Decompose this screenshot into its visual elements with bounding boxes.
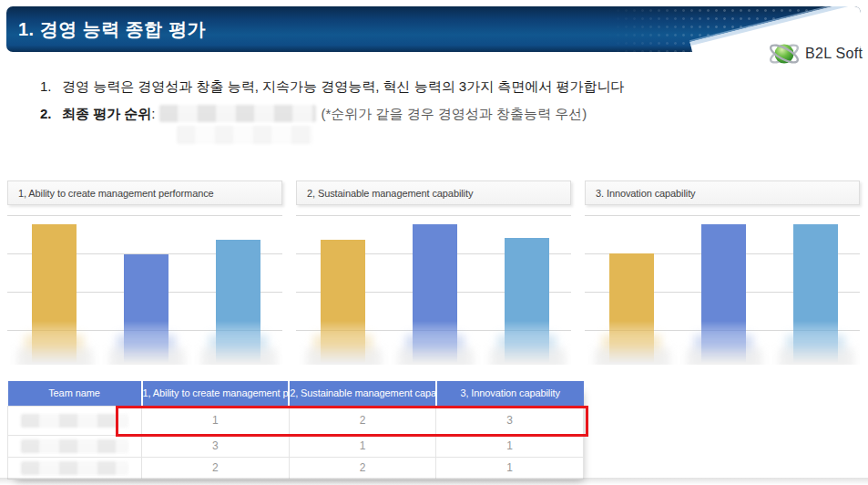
bar bbox=[124, 254, 168, 363]
table-row: 123 bbox=[8, 406, 584, 435]
bar bbox=[701, 224, 746, 363]
note-item-1: 1. 경영 능력은 경영성과 창출 능력, 지속가능 경영능력, 혁신 능력의 … bbox=[40, 77, 823, 96]
chart-plot bbox=[7, 205, 282, 365]
chart-panel-innovation-capability: 3. Innovation capability bbox=[585, 181, 860, 365]
table-body: 123311221 bbox=[8, 406, 584, 479]
note-text: 최종 평가 순위:(*순위가 같을 경우 경영성과 창출능력 우선) bbox=[62, 104, 587, 123]
charts-row: 1, Ability to create management performa… bbox=[7, 181, 861, 365]
gridline bbox=[296, 215, 571, 216]
redacted-team-name bbox=[21, 439, 128, 453]
table-row: 311 bbox=[8, 435, 584, 457]
rank-cell: 1 bbox=[289, 435, 436, 457]
globe-orbit-icon bbox=[768, 38, 801, 69]
table-header-row: Team name 1, Ability to create managemen… bbox=[8, 381, 584, 406]
rank-cell: 3 bbox=[142, 435, 290, 457]
bar bbox=[32, 224, 77, 363]
team-name-cell bbox=[8, 457, 142, 479]
page-title: 1. 경영 능력 종합 평가 bbox=[18, 6, 206, 52]
gridline bbox=[585, 215, 860, 216]
team-name-cell bbox=[8, 406, 142, 435]
chart-plot bbox=[585, 205, 860, 365]
note-text: 경영 능력은 경영성과 창출 능력, 지속가능 경영능력, 혁신 능력의 3가지… bbox=[62, 77, 625, 96]
note-item-2: 2. 최종 평가 순위:(*순위가 같을 경우 경영성과 창출능력 우선) bbox=[40, 104, 823, 123]
redacted-rank-value bbox=[159, 105, 316, 122]
logo-text: B2L Soft bbox=[805, 46, 863, 62]
rank-cell: 2 bbox=[142, 457, 290, 479]
chart-panel-management-performance: 1, Ability to create management performa… bbox=[7, 181, 282, 365]
note-number: 2. bbox=[40, 104, 62, 123]
final-rank-label: 최종 평가 순위 bbox=[62, 106, 151, 121]
rank-cell: 2 bbox=[289, 457, 436, 479]
header-cell-innovation-capability: 3, Innovation capability bbox=[436, 381, 584, 406]
bar bbox=[321, 240, 365, 363]
gridline bbox=[7, 215, 282, 216]
bar bbox=[216, 240, 260, 363]
rank-cell: 1 bbox=[436, 457, 584, 479]
team-name-cell bbox=[8, 435, 142, 457]
rank-cell: 1 bbox=[142, 406, 290, 435]
bottom-shadow bbox=[0, 478, 868, 485]
rank-cell: 1 bbox=[436, 435, 584, 457]
bar bbox=[413, 224, 457, 363]
note-number: 1. bbox=[40, 77, 62, 96]
bar bbox=[793, 224, 838, 363]
redacted-team-name bbox=[21, 461, 128, 475]
note-list: 1. 경영 능력은 경영성과 창출 능력, 지속가능 경영능력, 혁신 능력의 … bbox=[40, 77, 823, 131]
chart-title: 3. Innovation capability bbox=[585, 181, 860, 205]
chart-title: 1, Ability to create management performa… bbox=[7, 181, 282, 205]
table-row: 221 bbox=[8, 457, 584, 479]
chart-title: 2, Sustainable management capability bbox=[296, 181, 571, 205]
tie-break-note: (*순위가 같을 경우 경영성과 창출능력 우선) bbox=[322, 106, 587, 121]
header-cell-team-name: Team name bbox=[8, 381, 142, 406]
redacted-smudge bbox=[177, 126, 313, 144]
rank-cell: 3 bbox=[436, 406, 584, 435]
redacted-team-name bbox=[21, 414, 128, 428]
b2l-soft-logo: B2L Soft bbox=[768, 38, 863, 69]
chart-plot bbox=[296, 205, 571, 365]
ranking-table: Team name 1, Ability to create managemen… bbox=[7, 381, 584, 480]
header-cell-management-performance: 1, Ability to create management performa… bbox=[142, 381, 290, 406]
chart-panel-sustainable-capability: 2, Sustainable management capability bbox=[296, 181, 571, 365]
bar bbox=[505, 238, 549, 363]
rank-cell: 2 bbox=[289, 406, 436, 435]
header-banner: 1. 경영 능력 종합 평가 bbox=[6, 6, 861, 52]
header-cell-sustainable-capability: 2, Sustainable management capability bbox=[289, 381, 436, 406]
bar bbox=[609, 253, 654, 363]
